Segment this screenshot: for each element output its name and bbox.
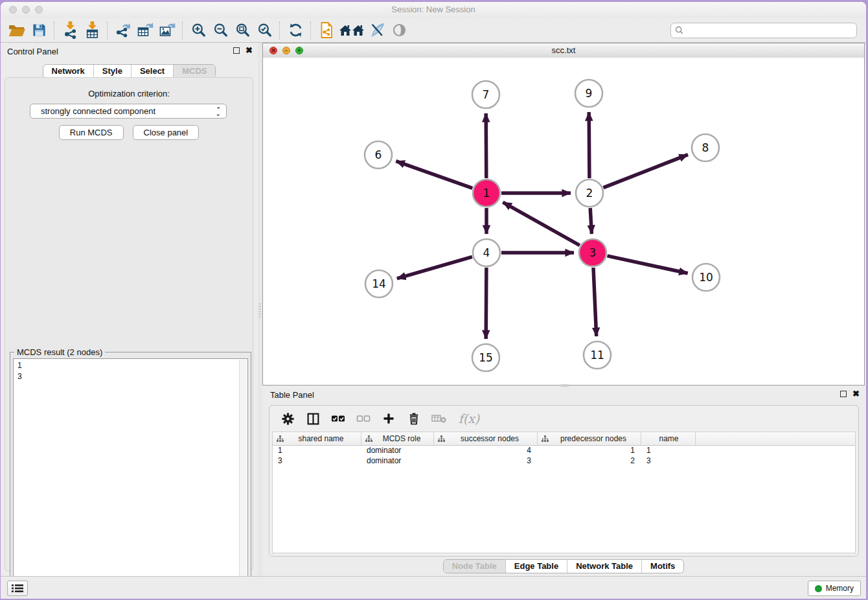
- show-column-icon[interactable]: [305, 411, 321, 426]
- refresh-icon[interactable]: [284, 21, 306, 40]
- network-canvas[interactable]: 7968124314101511: [263, 58, 864, 385]
- table-cell[interactable]: dominator: [361, 446, 434, 456]
- float-panel-icon[interactable]: [233, 47, 240, 54]
- graph-node-1[interactable]: [473, 179, 500, 207]
- close-table-panel-icon[interactable]: ✖: [852, 391, 860, 397]
- table-row[interactable]: 1 dominator 4 1 1: [273, 446, 855, 456]
- network-graph[interactable]: 7968124314101511: [263, 58, 864, 385]
- graph-node-14[interactable]: [365, 270, 393, 297]
- status-bar: Memory: [1, 576, 866, 599]
- search-field[interactable]: [670, 23, 857, 38]
- graph-node-15[interactable]: [472, 344, 499, 371]
- graph-edge-1-6[interactable]: [396, 161, 472, 189]
- control-panel-header: Control Panel ✖: [1, 43, 258, 60]
- import-table-icon[interactable]: [81, 21, 103, 40]
- chevron-up-down-icon: ⌃⌃: [216, 108, 221, 115]
- delete-row-icon[interactable]: [406, 411, 422, 426]
- memory-button[interactable]: Memory: [808, 581, 861, 596]
- delete-column-icon[interactable]: [431, 411, 447, 426]
- export-network-icon[interactable]: [112, 21, 134, 40]
- table-cell[interactable]: 1: [273, 446, 361, 456]
- task-history-button[interactable]: [7, 581, 28, 596]
- graph-node-8[interactable]: [692, 134, 719, 161]
- tab-edge-table[interactable]: Edge Table: [505, 560, 567, 573]
- tab-mcds[interactable]: MCDS: [173, 65, 215, 78]
- graph-edge-4-14[interactable]: [397, 257, 472, 279]
- graph-edge-3-10[interactable]: [608, 256, 688, 273]
- table-splitter-grip[interactable]: [560, 384, 569, 387]
- graph-edge-3-1[interactable]: [503, 202, 580, 246]
- node-table-container: f(x) shared name MCDS role successor n: [269, 405, 859, 557]
- search-input[interactable]: [686, 25, 852, 36]
- table-cell[interactable]: 4: [434, 446, 538, 456]
- zoom-out-icon[interactable]: [209, 21, 231, 40]
- add-row-icon[interactable]: [381, 411, 396, 426]
- show-hide-icon[interactable]: [388, 21, 410, 40]
- graph-edge-2-9[interactable]: [589, 112, 589, 178]
- graph-node-6[interactable]: [365, 141, 392, 168]
- table-cell[interactable]: dominator: [361, 456, 434, 467]
- tab-motifs[interactable]: Motifs: [641, 560, 683, 573]
- optimization-criterion-label: Optimization criterion:: [5, 89, 253, 98]
- graphics-details-icon[interactable]: [366, 21, 388, 40]
- app-window: Session: New Session: [1, 2, 866, 599]
- table-toolbar: f(x): [269, 406, 858, 432]
- graph-node-10[interactable]: [692, 264, 720, 291]
- optimization-criterion-select[interactable]: strongly connected component ⌃⌃: [30, 104, 227, 119]
- export-table-icon[interactable]: [134, 21, 156, 40]
- tab-node-table[interactable]: Node Table: [444, 560, 505, 573]
- column-header-mcds-role[interactable]: MCDS role: [361, 432, 434, 445]
- zoom-fit-icon[interactable]: [231, 21, 253, 40]
- graph-edge-4-15[interactable]: [486, 268, 486, 339]
- graph-node-9[interactable]: [575, 80, 602, 107]
- graph-edge-2-8[interactable]: [603, 155, 688, 188]
- column-header-shared-name[interactable]: shared name: [273, 432, 361, 445]
- network-view-window: ✕ − + scc.txt 7968124314101511: [262, 43, 865, 386]
- zoom-selected-icon[interactable]: [253, 21, 275, 40]
- export-image-icon[interactable]: [156, 21, 178, 40]
- graph-edge-1-7[interactable]: [486, 113, 486, 178]
- tab-select[interactable]: Select: [131, 65, 173, 78]
- result-scrollbar[interactable]: [239, 360, 247, 593]
- deselect-all-checks-icon[interactable]: [356, 411, 371, 426]
- tab-network[interactable]: Network: [43, 65, 93, 78]
- save-session-icon[interactable]: [28, 21, 50, 40]
- clone-network-icon[interactable]: [315, 21, 337, 40]
- table-cell[interactable]: 3: [641, 456, 696, 467]
- tab-network-table[interactable]: Network Table: [567, 560, 641, 573]
- mcds-result-textarea[interactable]: 1 3: [13, 358, 248, 594]
- table-row[interactable]: 3 dominator 3 2 3: [273, 456, 855, 467]
- tab-style[interactable]: Style: [93, 65, 131, 78]
- graph-node-4[interactable]: [473, 239, 500, 266]
- float-table-panel-icon[interactable]: [840, 391, 847, 397]
- graph-edge-3-11[interactable]: [593, 268, 597, 336]
- run-mcds-button[interactable]: Run MCDS: [59, 125, 124, 140]
- table-cell[interactable]: 1: [538, 446, 641, 456]
- open-file-icon[interactable]: [6, 21, 28, 40]
- table-settings-icon[interactable]: [280, 411, 295, 426]
- close-panel-icon[interactable]: ✖: [246, 47, 253, 54]
- home-neighbors-icon[interactable]: [337, 21, 366, 40]
- table-cell[interactable]: 2: [538, 456, 641, 467]
- function-builder-icon[interactable]: f(x): [457, 411, 481, 426]
- import-network-icon[interactable]: [59, 21, 81, 40]
- table-cell[interactable]: 1: [641, 446, 696, 456]
- column-header-successor-nodes[interactable]: successor nodes: [434, 432, 538, 445]
- column-type-icon: [277, 435, 284, 443]
- table-cell[interactable]: 3: [434, 456, 538, 467]
- column-header-name[interactable]: name: [641, 432, 696, 445]
- toolbar-separator: [310, 21, 312, 40]
- select-all-checks-icon[interactable]: [330, 411, 346, 426]
- graph-node-7[interactable]: [472, 81, 499, 108]
- graph-node-3[interactable]: [579, 239, 606, 266]
- graph-node-2[interactable]: [576, 179, 603, 207]
- control-panel-title: Control Panel: [7, 47, 58, 56]
- graph-edge-2-3[interactable]: [590, 208, 591, 234]
- splitter-grip[interactable]: [258, 303, 261, 317]
- close-panel-button[interactable]: Close panel: [133, 125, 200, 140]
- graph-node-11[interactable]: [584, 341, 611, 369]
- zoom-in-icon[interactable]: [187, 21, 209, 40]
- column-header-predecessor-nodes[interactable]: predecessor nodes: [538, 432, 641, 445]
- table-cell[interactable]: 3: [273, 456, 361, 467]
- list-icon: [12, 584, 23, 593]
